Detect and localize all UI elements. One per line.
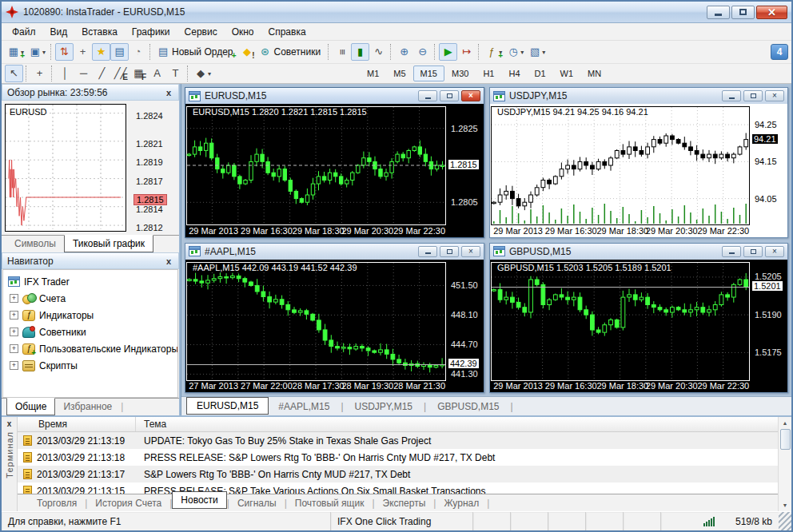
menu-item-4[interactable]: Сервис: [177, 24, 225, 40]
market-watch-tab-1[interactable]: Тиковый график: [64, 235, 153, 252]
scroll-thumb[interactable]: [780, 429, 791, 450]
chart-restore-button[interactable]: [743, 246, 763, 257]
terminal-tab-5[interactable]: Эксперты: [375, 495, 434, 511]
arrow-styles-button[interactable]: ◆▾: [192, 65, 213, 82]
new-order-button[interactable]: ▤+Новый Ордер: [154, 43, 237, 61]
menu-item-0[interactable]: Файл: [5, 24, 43, 40]
news-row-3[interactable]: 2013/03/29 21:13:15PRESS RELEASE: S&P Ta…: [18, 482, 778, 494]
expand-icon[interactable]: +: [10, 344, 18, 353]
notifications-button[interactable]: 4: [771, 44, 788, 60]
chart-close-button[interactable]: ×: [461, 246, 480, 257]
chart-profiles-button[interactable]: ▣▾: [26, 43, 48, 61]
new-chart-button[interactable]: ▦+▾: [5, 43, 26, 61]
menu-item-6[interactable]: Справка: [261, 24, 313, 40]
timeframe-mn-button[interactable]: MN: [580, 66, 608, 81]
chart-bars-button[interactable]: ≡: [333, 43, 351, 61]
scroll-down-icon[interactable]: ▼: [783, 499, 788, 511]
terminal-tab-4[interactable]: Почтовый ящик: [287, 495, 373, 511]
expand-icon[interactable]: +: [10, 294, 18, 303]
market-watch-close-icon[interactable]: x: [164, 88, 173, 97]
timeframe-m5-button[interactable]: M5: [386, 66, 412, 81]
terminal-scrollbar[interactable]: ▲ ▼: [778, 417, 791, 511]
chart-titlebar-eurusd[interactable]: EURUSD,M15×: [185, 88, 484, 104]
navigator-root[interactable]: IFX Trader: [8, 273, 177, 290]
chart-canvas-gbpusd[interactable]: GBPUSD,M15 1.5203 1.5205 1.5189 1.52011.…: [490, 260, 787, 393]
auto-scroll-button[interactable]: ▶: [439, 43, 457, 61]
trendline-button[interactable]: ╱: [93, 65, 111, 82]
chart-line-button[interactable]: ∿: [369, 43, 388, 61]
terminal-tab-1[interactable]: История Счета: [87, 495, 169, 511]
expand-icon[interactable]: +: [10, 311, 18, 320]
text-tool-button[interactable]: A: [148, 65, 166, 82]
chart-titlebar-gbpusd[interactable]: GBPUSD,M15×: [490, 244, 787, 260]
navigator-item-1[interactable]: +Индикаторы: [8, 307, 177, 324]
navigator-item-3[interactable]: +Пользовательские Индикаторы: [8, 340, 177, 357]
terminal-tab-0[interactable]: Торговля: [29, 495, 85, 511]
status-trading-mode[interactable]: IFX One Click Trading: [331, 512, 473, 530]
chart-canvas-aapl[interactable]: #AAPL,M15 442.09 443.19 441.52 442.39451…: [185, 260, 484, 393]
navigator-item-0[interactable]: +Счета: [8, 290, 177, 307]
terminal-close-icon[interactable]: x: [7, 417, 12, 431]
scroll-up-icon[interactable]: ▲: [783, 417, 788, 429]
timeframe-m15-button[interactable]: M15: [413, 66, 444, 81]
market-watch-button[interactable]: ⇅: [55, 43, 74, 61]
chart-tab-0[interactable]: EURUSD,M15: [186, 397, 269, 415]
vertical-line-button[interactable]: │: [56, 65, 74, 82]
timeframe-m30-button[interactable]: M30: [444, 66, 476, 81]
templates-button[interactable]: ▧▾: [526, 43, 548, 61]
fibonacci-retracement-button[interactable]: ▦F: [130, 65, 148, 82]
chart-tab-1[interactable]: #AAPL,M15: [269, 399, 339, 415]
data-window-button[interactable]: +: [74, 43, 92, 61]
terminal-tab-3[interactable]: Сигналы: [229, 495, 285, 511]
chart-tab-3[interactable]: GBPUSD,M15: [428, 399, 508, 415]
timeframe-h1-button[interactable]: H1: [476, 66, 501, 81]
news-row-1[interactable]: 2013/03/29 21:13:18PRESS RELEASE: S&P Lo…: [18, 449, 778, 466]
minimize-button[interactable]: [707, 6, 730, 19]
resize-grip[interactable]: [779, 512, 791, 530]
expert-advisors-button[interactable]: ⊛Советники: [257, 43, 326, 61]
strategy-tester-button[interactable]: ◔: [129, 43, 147, 61]
chart-close-button[interactable]: ×: [765, 246, 784, 257]
chart-plot[interactable]: [185, 260, 484, 393]
chart-restore-button[interactable]: [743, 90, 763, 101]
navigator-item-4[interactable]: +Скрипты: [8, 357, 177, 374]
chart-minimize-button[interactable]: [418, 246, 437, 257]
chart-candlesticks-button[interactable]: ▮: [351, 43, 369, 61]
chart-canvas-usdjpy[interactable]: USDJPY,M15 94.21 94.25 94.16 94.2194.259…: [490, 104, 787, 237]
cursor-button[interactable]: ↖: [5, 65, 23, 82]
timeframe-w1-button[interactable]: W1: [553, 66, 581, 81]
chart-plot[interactable]: [185, 104, 484, 237]
menu-item-3[interactable]: Графики: [125, 24, 177, 40]
navigator-tab-0[interactable]: Общие: [6, 398, 55, 415]
zoom-in-button[interactable]: ⊕: [395, 43, 413, 61]
expand-icon[interactable]: +: [10, 361, 18, 370]
chart-minimize-button[interactable]: [722, 246, 741, 257]
news-row-0[interactable]: 2013/03/29 21:13:19UPDATE: Tokyo Gas To …: [18, 432, 778, 449]
chart-restore-button[interactable]: [440, 90, 459, 101]
crosshair-tool-button[interactable]: +: [30, 65, 49, 82]
timeframe-d1-button[interactable]: D1: [528, 66, 553, 81]
market-watch-tab-0[interactable]: Символы: [6, 236, 64, 252]
news-row-2[interactable]: 2013/03/29 21:13:17S&P Lowers Rtg To 'BB…: [18, 466, 778, 482]
menu-item-5[interactable]: Окно: [225, 24, 261, 40]
timeframe-m1-button[interactable]: M1: [360, 66, 386, 81]
important-button[interactable]: ◆!: [238, 43, 257, 61]
timeframe-h4-button[interactable]: H4: [501, 66, 527, 81]
chart-tab-2[interactable]: USDJPY,M15: [345, 399, 422, 415]
restore-button[interactable]: [731, 6, 755, 19]
terminal-tab-6[interactable]: Журнал: [436, 495, 487, 511]
navigator-tab-1[interactable]: Избранное: [55, 399, 120, 415]
chart-minimize-button[interactable]: [722, 90, 741, 101]
chart-titlebar-aapl[interactable]: #AAPL,M15×: [185, 244, 484, 260]
terminal-tab-2[interactable]: Новости: [172, 491, 226, 509]
chart-close-button[interactable]: ×: [765, 90, 784, 101]
chart-plot[interactable]: [490, 260, 787, 393]
horizontal-line-button[interactable]: ─: [74, 65, 93, 82]
chart-close-button[interactable]: ×: [461, 90, 480, 101]
chart-plot[interactable]: [490, 104, 787, 237]
text-label-tool-button[interactable]: T: [166, 65, 185, 82]
chart-restore-button[interactable]: [440, 246, 459, 257]
menu-item-1[interactable]: Вид: [43, 24, 75, 40]
navigator-item-2[interactable]: +Советники: [8, 324, 177, 340]
equidistant-channel-button[interactable]: ╱╱E: [111, 65, 130, 82]
